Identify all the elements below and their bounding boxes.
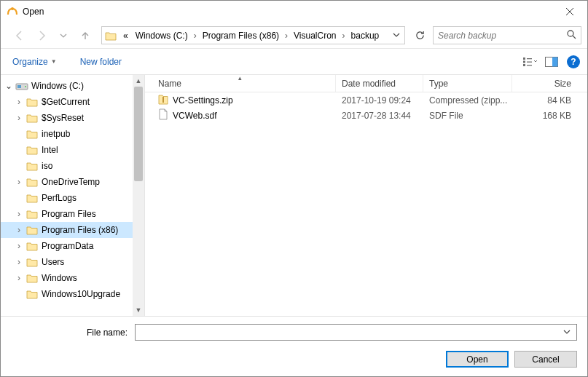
tree-item[interactable]: ›$GetCurrent — [1, 94, 133, 110]
column-header-type[interactable]: Type — [423, 75, 512, 92]
file-list-pane: ▴ Name Date modified Type Size VC-Settin… — [145, 75, 587, 316]
tree-item-label: Program Files (x86) — [40, 225, 118, 235]
tree-item[interactable]: ›Program Files (x86) — [1, 222, 133, 238]
folder-icon — [26, 176, 39, 188]
tree-item-label: iso — [40, 161, 52, 171]
organize-button[interactable]: Organize▼ — [8, 55, 61, 69]
folder-icon — [26, 144, 39, 156]
tree-item[interactable]: ›OneDriveTemp — [1, 174, 133, 190]
file-row[interactable]: VCWeb.sdf2017-07-28 13:44SDF File168 KB — [145, 108, 587, 123]
svg-rect-6 — [527, 61, 532, 62]
expander-icon[interactable]: › — [14, 225, 24, 235]
column-header-size[interactable]: Size — [512, 75, 587, 92]
tree-item[interactable]: ›Program Files — [1, 206, 133, 222]
expander-icon[interactable]: › — [14, 209, 24, 219]
folder-icon — [26, 208, 39, 220]
new-folder-button[interactable]: New folder — [76, 55, 126, 69]
tree-root[interactable]: ⌄ Windows (C:) — [1, 78, 133, 94]
help-button[interactable]: ? — [567, 55, 580, 68]
tree-item[interactable]: iso — [1, 158, 133, 174]
tree-item[interactable]: PerfLogs — [1, 190, 133, 206]
file-icon — [158, 108, 168, 122]
search-icon[interactable] — [566, 29, 576, 41]
file-name: VC-Settings.zip — [173, 95, 233, 106]
address-dropdown[interactable] — [390, 31, 403, 41]
chevron-right-icon: › — [283, 31, 290, 41]
folder-icon — [26, 192, 39, 204]
svg-rect-7 — [527, 65, 532, 66]
folder-icon — [26, 96, 39, 108]
chevron-down-icon: ▼ — [51, 58, 57, 65]
nav-up-button[interactable] — [75, 25, 95, 46]
nav-recent-dropdown[interactable] — [53, 25, 74, 46]
folder-icon — [26, 240, 39, 252]
folder-icon — [26, 272, 39, 284]
tree-scrollbar[interactable]: ▲ ▼ — [133, 75, 144, 316]
folder-icon — [26, 224, 39, 236]
tree-item[interactable]: ›Users — [1, 254, 133, 270]
expander-icon[interactable]: › — [14, 241, 24, 251]
expander-icon[interactable]: › — [14, 257, 24, 267]
svg-rect-9 — [552, 57, 558, 66]
scroll-thumb[interactable] — [134, 87, 143, 181]
svg-point-12 — [25, 86, 26, 87]
file-type: SDF File — [423, 111, 512, 121]
refresh-button[interactable] — [411, 27, 428, 44]
svg-rect-5 — [527, 58, 532, 59]
file-row[interactable]: VC-Settings.zip2017-10-19 09:24Compresse… — [145, 92, 587, 108]
svg-rect-11 — [17, 85, 21, 88]
breadcrumb-segment[interactable]: backup — [348, 27, 383, 44]
chevron-right-icon: › — [340, 31, 348, 41]
tree-item-label: ProgramData — [40, 241, 93, 251]
folder-icon — [26, 288, 39, 300]
folder-icon — [26, 160, 39, 172]
expander-icon[interactable]: › — [14, 113, 24, 123]
app-icon — [7, 6, 18, 17]
tree-item-label: Windows — [40, 273, 77, 283]
filename-input[interactable] — [138, 328, 560, 338]
breadcrumb-overflow[interactable]: « — [119, 27, 132, 44]
svg-point-0 — [11, 7, 14, 10]
svg-rect-3 — [523, 60, 525, 63]
search-box[interactable] — [433, 26, 581, 44]
view-options-button[interactable] — [520, 53, 539, 71]
nav-forward-button[interactable] — [31, 25, 52, 46]
filename-combobox[interactable] — [135, 324, 577, 341]
expander-icon[interactable]: › — [14, 273, 24, 283]
scroll-up-button[interactable]: ▲ — [133, 75, 144, 87]
tree-item[interactable]: inetpub — [1, 126, 133, 142]
column-header-date[interactable]: Date modified — [336, 75, 423, 92]
tree-item[interactable]: Intel — [1, 142, 133, 158]
window-title: Open — [23, 7, 553, 17]
tree-item[interactable]: ›ProgramData — [1, 238, 133, 254]
file-size: 168 KB — [512, 111, 587, 121]
folder-icon — [26, 112, 39, 124]
tree-item[interactable]: Windows10Upgrade — [1, 286, 133, 302]
tree-item[interactable]: ›Windows — [1, 270, 133, 286]
cancel-button[interactable]: Cancel — [514, 351, 577, 368]
window-close-button[interactable] — [553, 1, 586, 23]
breadcrumb-segment[interactable]: Program Files (x86)› — [199, 27, 290, 44]
tree-item[interactable]: ›$SysReset — [1, 110, 133, 126]
nav-back-button[interactable] — [9, 25, 30, 46]
window-titlebar: Open — [1, 1, 587, 23]
svg-rect-4 — [523, 64, 525, 66]
file-date: 2017-07-28 13:44 — [336, 111, 423, 121]
tree-item-label: $SysReset — [40, 113, 84, 123]
breadcrumb-segment[interactable]: Windows (C:)› — [132, 27, 199, 44]
expander-icon[interactable]: › — [14, 97, 24, 107]
tree-item-label: Program Files — [40, 209, 96, 219]
expander-icon[interactable]: › — [14, 177, 24, 187]
folder-icon — [26, 128, 39, 140]
column-header-name[interactable]: ▴ Name — [145, 75, 336, 92]
scroll-down-button[interactable]: ▼ — [133, 304, 144, 316]
expander-icon[interactable]: ⌄ — [4, 81, 14, 91]
filename-dropdown[interactable] — [560, 328, 573, 338]
address-bar[interactable]: « Windows (C:)› Program Files (x86)› Vis… — [101, 26, 405, 44]
file-name: VCWeb.sdf — [173, 111, 216, 121]
search-input[interactable] — [438, 31, 566, 41]
preview-pane-button[interactable] — [542, 53, 561, 71]
open-button[interactable]: Open — [446, 351, 509, 368]
tree-item-label: PerfLogs — [40, 193, 77, 203]
breadcrumb-segment[interactable]: VisualCron› — [290, 27, 347, 44]
